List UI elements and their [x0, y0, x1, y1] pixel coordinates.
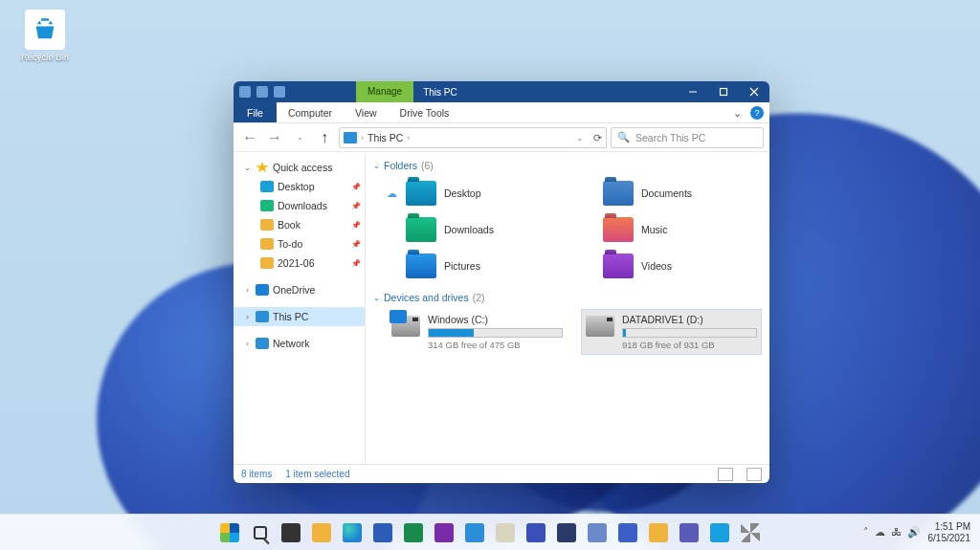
collapse-icon[interactable]: ⌄	[373, 162, 380, 170]
taskbar-app-onenote[interactable]	[431, 519, 457, 546]
taskbar-app-generic[interactable]	[523, 519, 549, 546]
ribbon-file-tab[interactable]: File	[234, 102, 277, 122]
taskbar-app-explorer[interactable]	[308, 519, 335, 546]
task-view-button[interactable]	[278, 519, 304, 546]
network-icon	[256, 338, 269, 349]
tree-item-network[interactable]: › Network	[234, 334, 365, 353]
group-header-folders[interactable]: ⌄ Folders (6)	[373, 160, 762, 171]
pin-icon: 📌	[351, 240, 361, 249]
close-button[interactable]	[739, 81, 769, 102]
folder-icon	[260, 219, 274, 231]
taskbar-app-generic[interactable]	[645, 519, 672, 546]
onedrive-tray-icon[interactable]: ☁	[875, 526, 885, 539]
drive-icon	[391, 316, 420, 337]
tree-item-book[interactable]: Book 📌	[234, 215, 365, 234]
recycle-bin-icon	[25, 10, 65, 50]
desktop-icon-label: Recycle Bin	[11, 52, 78, 62]
tree-item-2021-06[interactable]: 2021-06 📌	[234, 253, 365, 273]
folder-item-videos[interactable]: Videos	[584, 250, 762, 282]
drive-item-c[interactable]: Windows (C:) 314 GB free of 475 GB	[387, 309, 568, 355]
tray-overflow-icon[interactable]: ˄	[863, 526, 869, 539]
maximize-button[interactable]	[708, 81, 739, 102]
folder-icon	[406, 181, 436, 206]
refresh-button[interactable]: ⟳	[593, 132, 602, 143]
address-crumb[interactable]: This PC	[368, 132, 403, 143]
nav-recent-button[interactable]: ⌄	[289, 127, 310, 148]
titlebar-qat-icon[interactable]	[239, 86, 251, 98]
svg-rect-0	[721, 89, 727, 96]
taskbar-app-edge[interactable]	[339, 519, 366, 546]
taskbar-app-generic[interactable]	[492, 519, 519, 546]
tree-item-onedrive[interactable]: › OneDrive	[234, 280, 365, 299]
capacity-bar	[622, 328, 757, 338]
taskbar-app-generic[interactable]	[584, 519, 611, 546]
folder-icon	[603, 217, 634, 242]
titlebar[interactable]: Manage This PC	[234, 81, 769, 102]
volume-tray-icon[interactable]: 🔊	[907, 526, 921, 539]
expand-icon[interactable]: ›	[243, 313, 252, 321]
status-bar: 8 items 1 item selected	[234, 464, 769, 483]
taskbar-app-excel[interactable]	[400, 519, 427, 546]
address-bar[interactable]: › This PC › ⌄ ⟳	[339, 127, 607, 148]
search-placeholder: Search This PC	[635, 132, 705, 143]
tree-item-todo[interactable]: To-do 📌	[234, 234, 365, 253]
taskbar-app-word[interactable]	[369, 519, 396, 546]
drive-item-d[interactable]: DATADRIVE1 (D:) 918 GB free of 931 GB	[581, 309, 762, 355]
tree-item-downloads[interactable]: Downloads 📌	[234, 196, 365, 215]
folder-item-pictures[interactable]: Pictures	[387, 250, 565, 282]
taskbar-search-button[interactable]	[247, 519, 274, 546]
ribbon: File Computer View Drive Tools ⌄ ?	[234, 102, 769, 123]
folder-item-music[interactable]: Music	[584, 213, 762, 246]
taskbar-app-teams[interactable]	[676, 519, 702, 546]
pin-icon: 📌	[351, 202, 361, 210]
address-dropdown-button[interactable]: ⌄	[576, 133, 584, 143]
ribbon-tab-drive-tools[interactable]: Drive Tools	[389, 102, 461, 122]
cloud-sync-icon: ☁	[387, 187, 398, 200]
folder-icon	[603, 253, 634, 278]
search-input[interactable]: 🔍 Search This PC	[611, 127, 764, 148]
taskbar-app-generic[interactable]	[553, 519, 580, 546]
network-tray-icon[interactable]: 🖧	[891, 526, 902, 539]
folder-item-documents[interactable]: Documents	[584, 177, 762, 209]
ribbon-tab-view[interactable]: View	[344, 102, 389, 122]
file-explorer-window: Manage This PC File Computer View Drive …	[234, 81, 769, 483]
minimize-button[interactable]	[678, 81, 708, 102]
titlebar-qat-icon[interactable]	[274, 86, 285, 98]
status-selection: 1 item selected	[285, 469, 349, 479]
drive-icon	[586, 316, 614, 337]
collapse-icon[interactable]: ⌄	[373, 294, 380, 302]
titlebar-qat-icon[interactable]	[256, 86, 268, 98]
expand-icon[interactable]: ⌄	[243, 164, 252, 172]
start-button[interactable]	[216, 519, 243, 546]
system-tray[interactable]: ˄ ☁ 🖧 🔊 1:51 PM 6/15/2021	[863, 521, 981, 543]
taskbar-app-generic[interactable]	[614, 519, 641, 546]
expand-icon[interactable]: ›	[243, 286, 252, 295]
ribbon-tab-computer[interactable]: Computer	[277, 102, 344, 122]
group-header-drives[interactable]: ⌄ Devices and drives (2)	[373, 292, 762, 303]
tree-item-quick-access[interactable]: ⌄ Quick access	[234, 158, 365, 177]
taskbar-app-generic[interactable]	[461, 519, 488, 546]
status-item-count: 8 items	[241, 469, 272, 479]
taskbar-app-settings[interactable]	[737, 519, 764, 546]
view-details-button[interactable]	[718, 468, 733, 481]
nav-toolbar: ← → ⌄ ↑ › This PC › ⌄ ⟳ 🔍 Search This PC	[234, 123, 769, 152]
pin-icon: 📌	[351, 259, 361, 268]
folder-item-desktop[interactable]: ☁ Desktop	[387, 177, 565, 209]
tree-item-desktop[interactable]: Desktop 📌	[234, 177, 365, 196]
nav-back-button[interactable]: ←	[239, 127, 260, 148]
nav-forward-button[interactable]: →	[264, 127, 285, 148]
folder-item-downloads[interactable]: Downloads	[387, 213, 565, 246]
downloads-icon	[260, 200, 274, 211]
tree-item-this-pc[interactable]: › This PC	[234, 307, 365, 326]
ribbon-context-tab-manage[interactable]: Manage	[356, 81, 413, 102]
window-title: This PC	[413, 87, 467, 98]
help-button[interactable]: ?	[750, 106, 764, 120]
ribbon-collapse-button[interactable]: ⌄	[725, 102, 748, 122]
taskbar-clock[interactable]: 1:51 PM 6/15/2021	[928, 521, 971, 543]
nav-up-button[interactable]: ↑	[314, 127, 335, 148]
desktop-icon-recycle-bin[interactable]: Recycle Bin	[11, 10, 78, 62]
view-tiles-button[interactable]	[746, 468, 762, 481]
taskbar-app-skype[interactable]	[706, 519, 733, 546]
expand-icon[interactable]: ›	[243, 340, 252, 348]
content-pane[interactable]: ⌄ Folders (6) ☁ Desktop Documents	[366, 152, 769, 464]
